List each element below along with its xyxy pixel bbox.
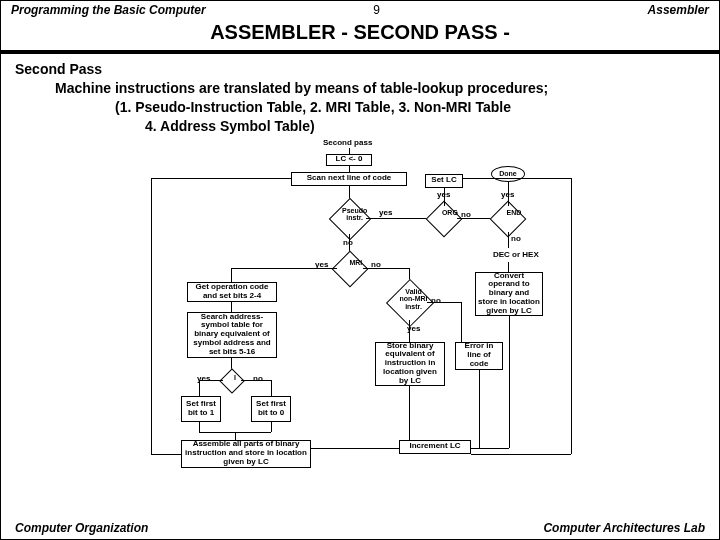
start-label: Second pass [323,138,372,147]
getop-box: Get operation code and set bits 2-4 [187,282,277,302]
no-6: no [253,374,263,383]
subtitle-l4: 4. Address Symbol Table) [15,117,705,136]
page-header: Programming the Basic Computer 9 Assembl… [1,1,719,19]
no-1: no [343,238,353,247]
assemble-box: Assemble all parts of binary instruction… [181,440,311,468]
scan-box: Scan next line of code [291,172,407,186]
i-diamond: I [219,368,244,393]
setbit0-box: Set first bit to 0 [251,396,291,422]
no-5: no [431,296,441,305]
no-3: no [511,234,521,243]
subtitle-l3: (1. Pseudo-Instruction Table, 2. MRI Tab… [15,98,705,117]
convert-box: Convert operand to binary and store in l… [475,272,543,316]
error-box: Error in line of code [455,342,503,370]
storebin-box: Store binary equivalent of instruction i… [375,342,445,386]
org-diamond: ORG [426,200,463,237]
page-number: 9 [373,3,380,17]
dechex-label: DEC or HEX [493,250,539,259]
done-ellipse: Done [491,166,525,182]
header-left: Programming the Basic Computer [11,3,206,17]
subtitle: Second Pass Machine instructions are tra… [1,54,719,138]
flowchart: Second pass LC <- 0 Scan next line of co… [1,138,719,478]
footer-right: Computer Architectures Lab [543,521,705,535]
setbit1-box: Set first bit to 1 [181,396,221,422]
setlc-box: Set LC [425,174,463,188]
pseudo-diamond: Pseudo instr. [329,197,371,239]
search-box: Search address-symbol table for binary e… [187,312,277,358]
validnon-diamond: Valid non-MRI instr. [386,279,434,327]
lc-init-box: LC <- 0 [326,154,372,166]
page-title: ASSEMBLER - SECOND PASS - [1,19,719,54]
yes-1: yes [379,208,392,217]
page-footer: Computer Organization Computer Architect… [1,521,719,535]
header-right: Assembler [648,3,709,17]
subtitle-l2: Machine instructions are translated by m… [15,79,705,98]
mri-diamond: MRI [332,250,369,287]
inc-box: Increment LC [399,440,471,454]
footer-left: Computer Organization [15,521,148,535]
subtitle-l1: Second Pass [15,61,102,77]
